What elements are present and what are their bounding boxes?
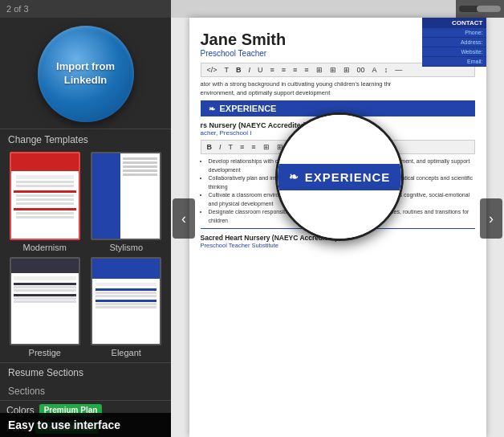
toolbar-btn-spacing[interactable]: ↕ [382, 65, 391, 75]
company-2-role: Preschool Teacher Substitute [201, 242, 475, 249]
toolbar-btn-align3[interactable]: ≡ [291, 65, 299, 75]
resume-sections-bar: Resume Sections [0, 362, 171, 382]
toolbar-btn-grid1[interactable]: ⊞ [314, 65, 325, 75]
scrollbar-area[interactable] [456, 0, 504, 18]
contact-row-email: Email: [422, 57, 486, 67]
right-arrow-icon: › [489, 210, 494, 227]
contact-row-website: Website: [422, 47, 486, 57]
resume-job-title: Preschool Teacher [201, 49, 403, 58]
resume-name: Jane Smith [201, 31, 403, 49]
toolbar-btn-num[interactable]: 00 [355, 65, 368, 75]
experience-icon: ❧ [209, 104, 215, 113]
zoom-experience-bar: ❧ EXPERIENCE [278, 164, 401, 190]
toolbar2-btn-align2[interactable]: ≡ [249, 142, 258, 152]
right-panel: CONTACT Phone: Address: Website: Email: … [171, 0, 504, 437]
toolbar-btn-italic[interactable]: I [246, 65, 254, 75]
scrollbar-track[interactable] [459, 6, 501, 12]
linkedin-button-text: Import fromLinkedIn [56, 60, 115, 88]
contact-row-address: Address: [422, 38, 486, 47]
template-item-prestige[interactable]: Prestige [6, 257, 83, 357]
zoom-content: ❧ EXPERIENCE [278, 115, 401, 239]
linkedin-section: Import fromLinkedIn [0, 18, 171, 129]
template-name-modernism: Modernism [23, 243, 67, 252]
contact-title: CONTACT [422, 18, 486, 28]
experience-label: EXPERIENCE [220, 104, 277, 113]
template-thumb-prestige[interactable] [10, 257, 80, 345]
template-thumb-modernism[interactable] [10, 152, 80, 240]
template-thumb-elegant[interactable] [91, 257, 161, 345]
toolbar2-btn-t[interactable]: T [226, 142, 236, 152]
bottom-bar: Easy to use interface [0, 413, 171, 437]
toolbar-btn-align1[interactable]: ≡ [268, 65, 277, 75]
toolbar2-btn-bold[interactable]: B [205, 142, 215, 152]
zoom-circle: ❧ EXPERIENCE [275, 112, 404, 241]
toolbar-btn-bold[interactable]: B [234, 65, 244, 75]
linkedin-button[interactable]: Import fromLinkedIn [38, 26, 134, 122]
easy-to-use-text: Easy to use interface [8, 419, 120, 431]
template-thumb-stylismo[interactable] [91, 152, 161, 240]
toolbar-btn-align2[interactable]: ≡ [279, 65, 288, 75]
left-arrow-icon: ‹ [181, 210, 186, 227]
template-item-stylismo[interactable]: Stylismo [88, 152, 165, 252]
toolbar2-btn-align1[interactable]: ≡ [238, 142, 246, 152]
toolbar-btn-grid2[interactable]: ⊞ [327, 65, 339, 75]
toolbar-btn-underline[interactable]: U [255, 65, 266, 75]
toolbar2-btn-grid1[interactable]: ⊞ [261, 142, 272, 152]
toolbar-btn-dash[interactable]: — [392, 65, 404, 75]
toolbar-btn-align4[interactable]: ≡ [302, 65, 311, 75]
change-templates-label: Change Templates [0, 129, 171, 149]
nav-arrow-left[interactable]: ‹ [173, 198, 195, 239]
toolbar-btn-code[interactable]: </> [205, 65, 220, 75]
template-name-prestige: Prestige [29, 348, 61, 357]
template-item-elegant[interactable]: Elegant [88, 257, 165, 357]
sections-label: Sections [0, 382, 171, 400]
template-item-modernism[interactable]: Modernism [6, 152, 83, 252]
template-grid: Modernism Stylismo [0, 149, 171, 361]
nav-arrow-right[interactable]: › [480, 198, 502, 239]
left-panel: 2 of 3 Import fromLinkedIn Change Templa… [0, 0, 171, 437]
toolbar-btn-grid3[interactable]: ⊞ [341, 65, 352, 75]
resume-body-text: ator with a strong background in cultiva… [201, 80, 475, 97]
toolbar-btn-t[interactable]: T [222, 65, 232, 75]
zoom-exp-label: EXPERIENCE [305, 170, 391, 184]
page-count: 2 of 3 [6, 4, 29, 14]
toolbar-btn-color[interactable]: A [370, 65, 380, 75]
toolbar2-btn-italic[interactable]: I [217, 142, 224, 152]
scrollbar-thumb[interactable] [477, 6, 501, 12]
contact-box: CONTACT Phone: Address: Website: Email: [422, 18, 486, 67]
zoom-exp-icon: ❧ [289, 170, 299, 183]
contact-row-phone: Phone: [422, 28, 486, 38]
template-name-elegant: Elegant [112, 348, 141, 357]
top-bar: 2 of 3 [0, 0, 171, 18]
template-name-stylismo: Stylismo [109, 243, 143, 252]
